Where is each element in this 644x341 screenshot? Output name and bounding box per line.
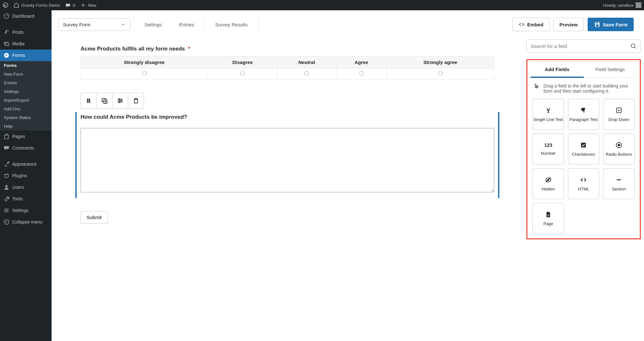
sidebar-item-pages[interactable]: Pages (0, 131, 52, 142)
likert-radio[interactable] (359, 71, 364, 76)
sidebar-sub-newform[interactable]: New Form (0, 70, 52, 78)
divider (134, 16, 134, 33)
svg-point-7 (4, 220, 9, 225)
sidebar-item-appearance[interactable]: Appearance (0, 158, 52, 170)
sidebar-label: Appearance (12, 161, 37, 167)
section-icon (615, 176, 622, 183)
number-icon: 123 (544, 142, 552, 148)
divider (205, 16, 205, 33)
field-checkboxes[interactable]: Checkboxes (568, 134, 600, 164)
sidebar-item-users[interactable]: Users (0, 181, 52, 193)
duplicate-button[interactable] (96, 93, 112, 109)
tab-entries[interactable]: Entries (172, 19, 201, 31)
sidebar-item-posts[interactable]: Posts (0, 26, 52, 38)
embed-button[interactable]: Embed (512, 18, 550, 31)
field-radio[interactable]: Radio Buttons (603, 134, 635, 164)
sidebar-item-comments[interactable]: Comments (0, 142, 52, 154)
paragraph-icon (580, 107, 587, 114)
form-switcher[interactable]: Survey Form (58, 18, 130, 31)
likert-radio[interactable] (304, 71, 309, 76)
divider (258, 16, 258, 33)
settings-button[interactable] (112, 93, 128, 109)
howdy-text: Howdy, sandbox (603, 3, 634, 8)
wp-logo[interactable] (3, 2, 8, 8)
right-panel: Add Fields Field Settings Drag a field t… (523, 33, 644, 341)
comments-link[interactable]: 0 (65, 2, 75, 8)
field-paragraph[interactable]: Paragraph Text (568, 99, 600, 130)
sidebar-item-tools[interactable]: Tools (0, 193, 52, 205)
svg-point-6 (5, 211, 6, 212)
html-icon (580, 176, 587, 183)
sidebar-sub-addons[interactable]: Add-Ons (0, 105, 52, 113)
field-dropdown[interactable]: Drop Down (603, 99, 635, 130)
sidebar-label: Settings (12, 208, 29, 213)
field-section[interactable]: Section (603, 168, 635, 199)
field-hidden[interactable]: Hidden (533, 168, 564, 199)
form-topbar: Survey Form Settings Entries Survey Resu… (52, 10, 644, 33)
drag-hint: Drag a field to the left to start buildi… (531, 78, 637, 99)
svg-rect-9 (596, 24, 599, 27)
likert-radio[interactable] (142, 71, 147, 76)
svg-point-26 (618, 144, 620, 146)
save-button[interactable]: Save Form (588, 18, 634, 31)
sidebar-sub-help[interactable]: Help (0, 122, 52, 131)
svg-point-12 (89, 99, 90, 100)
howdy-link[interactable]: Howdy, sandbox (603, 2, 641, 8)
sidebar-sub-settings[interactable]: Settings (0, 87, 52, 96)
form-editor: Acme Products fulfils all my form needs … (52, 33, 523, 341)
field-single-line[interactable]: Single Line Text (533, 99, 564, 130)
sliders-icon (117, 97, 124, 104)
paragraph-textarea[interactable] (81, 128, 494, 192)
sidebar-item-collapse[interactable]: Collapse menu (0, 216, 52, 228)
tab-settings[interactable]: Settings (137, 19, 169, 31)
question1-label: Acme Products fulfils all my form needs … (81, 46, 494, 52)
code-icon (518, 21, 525, 28)
tab-survey-results[interactable]: Survey Results (208, 19, 255, 31)
sidebar-sub-status[interactable]: System Status (0, 113, 52, 122)
likert-radio[interactable] (240, 71, 245, 76)
page-icon (545, 211, 552, 218)
svg-rect-23 (617, 108, 621, 113)
preview-label: Preview (560, 22, 578, 27)
sidebar-item-forms[interactable]: Forms (0, 50, 52, 61)
new-link[interactable]: New (80, 2, 96, 8)
svg-point-2 (4, 53, 9, 58)
sidebar-item-media[interactable]: Media (0, 38, 52, 50)
tab-add-fields[interactable]: Add Fields (531, 62, 584, 78)
sidebar-sub-import[interactable]: Import/Export (0, 96, 52, 105)
required-asterisk: * (188, 46, 190, 52)
highlight-box: Add Fields Field Settings Drag a field t… (526, 59, 641, 239)
sidebar-sub-entries[interactable]: Entries (0, 78, 52, 87)
duplicate-icon (101, 97, 108, 104)
search-input[interactable] (531, 43, 630, 49)
sidebar-item-dashboard[interactable]: Dashboard (0, 10, 52, 22)
svg-point-21 (119, 102, 120, 103)
tab-field-settings[interactable]: Field Settings (584, 62, 637, 78)
likert-radio[interactable] (438, 71, 443, 76)
field-toolbar (81, 93, 494, 109)
svg-rect-10 (596, 22, 598, 23)
sidebar-sub-forms[interactable]: Forms (0, 61, 52, 70)
svg-point-5 (7, 210, 8, 211)
sidebar-label: Collapse menu (12, 219, 42, 225)
search-icon (630, 43, 637, 49)
selected-field[interactable]: How could Acme Products be improved? (75, 112, 499, 198)
submit-button[interactable]: Submit (81, 211, 108, 224)
site-name-link[interactable]: Gravity Forms Demo (14, 2, 60, 8)
sidebar-item-settings[interactable]: Settings (0, 205, 52, 216)
likert-header: Strongly agree (387, 56, 494, 69)
preview-button[interactable]: Preview (553, 18, 584, 31)
field-page[interactable]: Page (533, 203, 564, 234)
drag-handle[interactable] (81, 93, 97, 109)
field-html[interactable]: HTML (568, 168, 600, 199)
sidebar-label: Media (12, 41, 24, 46)
sidebar-item-plugins[interactable]: Plugins (0, 170, 52, 181)
sidebar-label: Dashboard (12, 14, 34, 19)
sidebar-label: Posts (12, 30, 24, 35)
field-search[interactable] (526, 39, 641, 53)
delete-button[interactable] (128, 93, 144, 109)
field-number[interactable]: 123Number (533, 134, 564, 164)
sidebar-submenu: Forms New Form Entries Settings Import/E… (0, 61, 52, 131)
svg-point-16 (89, 102, 90, 103)
sidebar-label: Tools (12, 196, 23, 201)
